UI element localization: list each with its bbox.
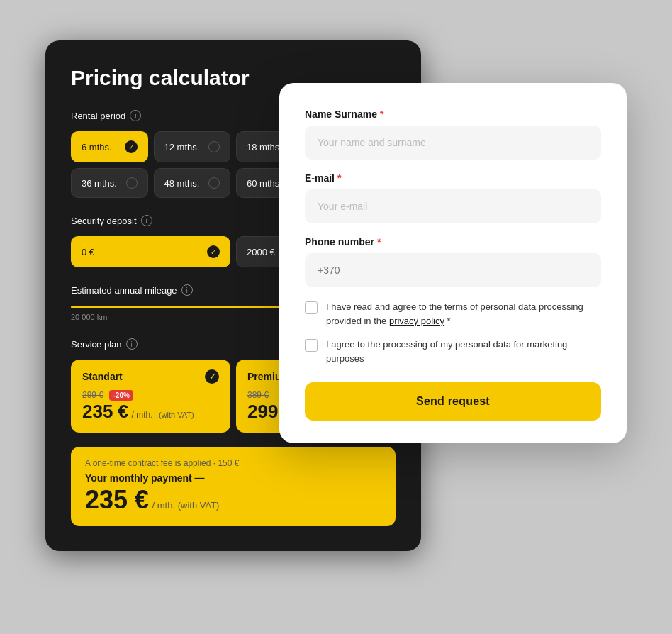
phone-field-label: Phone number * (305, 236, 601, 248)
email-input[interactable] (305, 189, 601, 223)
check-icon: ✓ (125, 140, 138, 153)
summary-label: Your monthly payment — (85, 472, 381, 484)
plan-standart[interactable]: Standart ✓ 299 € -20% 235 € / mth. (with… (71, 360, 230, 433)
radio-icon (208, 177, 220, 189)
name-field-label: Name Surname * (305, 109, 601, 120)
rental-option-36mths[interactable]: 36 mths. (71, 168, 148, 198)
name-required-star: * (380, 109, 383, 120)
rental-option-6mths[interactable]: 6 mths. ✓ (71, 131, 148, 162)
form-modal: Name Surname * E-mail * Phone number * I… (279, 83, 627, 443)
phone-input[interactable] (305, 253, 601, 287)
summary-price: 235 € (85, 485, 149, 514)
privacy-checkbox[interactable] (305, 301, 318, 314)
privacy-checkbox-group: I have read and agree to the terms of pe… (305, 300, 601, 328)
marketing-checkbox-group: I agree to the processing of my personal… (305, 338, 601, 365)
plan-standart-name: Standart ✓ (82, 369, 219, 384)
summary-price-row: 235 € / mth. (with VAT) (85, 485, 381, 515)
email-field-label: E-mail * (305, 172, 601, 184)
service-plan-info-icon[interactable]: i (126, 338, 138, 350)
email-required-star: * (337, 172, 341, 184)
summary-note: A one-time contract fee is applied · 150… (85, 458, 381, 468)
security-deposit-info-icon[interactable]: i (141, 215, 152, 226)
marketing-checkbox[interactable] (305, 339, 318, 352)
plan-standart-check: ✓ (205, 369, 219, 384)
check-icon: ✓ (207, 245, 220, 258)
rental-period-info-icon[interactable]: i (130, 110, 141, 121)
privacy-policy-link[interactable]: privacy policy (389, 316, 444, 326)
rental-option-48mths[interactable]: 48 mths. (154, 168, 231, 198)
radio-icon (126, 177, 138, 189)
summary-card: A one-time contract fee is applied · 150… (71, 447, 396, 526)
deposit-option-0[interactable]: 0 € ✓ (71, 236, 230, 267)
name-input[interactable] (305, 126, 601, 160)
phone-required-star: * (377, 236, 381, 248)
marketing-checkbox-text: I agree to the processing of my personal… (326, 338, 601, 365)
plan-standart-price-row: 235 € / mth. (with VAT) (82, 401, 219, 423)
privacy-checkbox-text: I have read and agree to the terms of pe… (326, 300, 601, 328)
mileage-info-icon[interactable]: i (181, 284, 193, 296)
summary-period: / mth. (with VAT) (152, 500, 220, 511)
rental-option-12mths[interactable]: 12 mths. (154, 131, 231, 162)
send-request-button[interactable]: Send request (305, 382, 601, 421)
plan-standart-pricing: 299 € -20% (82, 388, 219, 401)
radio-icon (208, 141, 220, 152)
